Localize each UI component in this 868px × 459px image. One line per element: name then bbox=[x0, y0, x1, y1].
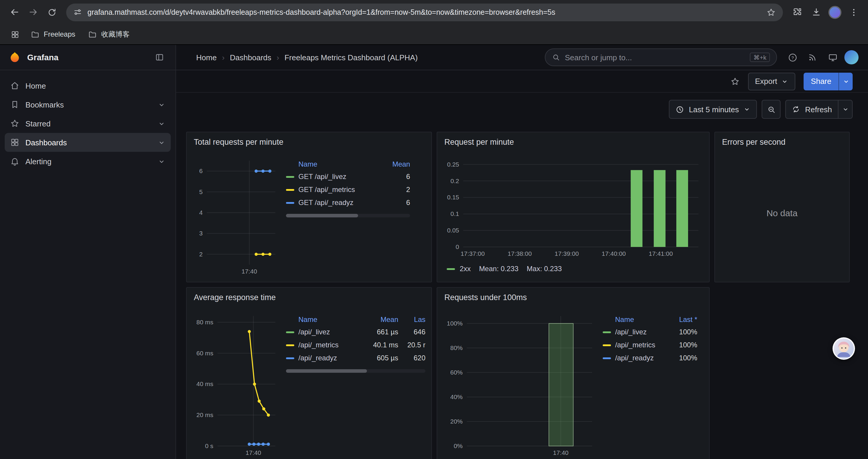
sidebar-item-starred[interactable]: Starred bbox=[5, 114, 171, 133]
legend-col-name[interactable]: Name bbox=[299, 160, 378, 168]
series-name[interactable]: /api/_livez bbox=[615, 328, 665, 336]
url-bar[interactable]: grafana.mathmast.com/d/deytv4rwavabkb/fr… bbox=[66, 3, 783, 21]
sidebar-item-dashboards[interactable]: Dashboards bbox=[5, 133, 171, 152]
series-last: 100% bbox=[665, 341, 697, 349]
panel-title[interactable]: Request per minute bbox=[443, 137, 703, 149]
chevron-down-icon[interactable] bbox=[158, 101, 165, 108]
sidebar-item-bookmarks[interactable]: Bookmarks bbox=[5, 95, 171, 114]
svg-text:60 ms: 60 ms bbox=[196, 350, 213, 357]
svg-text:80%: 80% bbox=[450, 345, 463, 351]
reload-button[interactable] bbox=[42, 3, 61, 22]
legend-row[interactable]: GET /api/_metrics 2 bbox=[286, 183, 410, 196]
panel-title[interactable]: Requests under 100ms bbox=[443, 292, 703, 304]
legend-scrollbar-thumb[interactable] bbox=[286, 214, 358, 218]
share-button[interactable]: Share bbox=[804, 72, 838, 90]
series-name[interactable]: GET /api/_metrics bbox=[299, 186, 378, 194]
svg-text:17:41:00: 17:41:00 bbox=[649, 250, 673, 257]
legend-row[interactable]: /api/_livez 100% bbox=[603, 326, 697, 338]
series-name[interactable]: /api/_readyz bbox=[615, 354, 665, 362]
help-button[interactable]: ? bbox=[784, 49, 801, 66]
request-per-minute-chart[interactable]: 0.250.20.150.10.05017:37:0017:38:0017:39… bbox=[443, 154, 703, 259]
svg-text:17:40: 17:40 bbox=[246, 449, 261, 456]
arrow-right-icon bbox=[28, 7, 38, 17]
legend-col-mean[interactable]: Mean bbox=[378, 160, 410, 168]
panel-title[interactable]: Average response time bbox=[193, 292, 426, 304]
refresh-interval-button[interactable] bbox=[838, 100, 852, 118]
avatar-face bbox=[834, 338, 854, 359]
sidebar-item-alerting[interactable]: Alerting bbox=[5, 152, 171, 171]
series-name[interactable]: GET /api/_livez bbox=[299, 172, 378, 181]
svg-text:0.15: 0.15 bbox=[447, 194, 459, 201]
search-icon bbox=[552, 53, 560, 61]
extensions-button[interactable] bbox=[788, 3, 807, 22]
back-button[interactable] bbox=[5, 3, 24, 22]
site-settings-icon[interactable] bbox=[73, 8, 82, 17]
chevron-down-icon[interactable] bbox=[158, 157, 165, 165]
bookmark-star-icon[interactable] bbox=[766, 7, 776, 17]
sidebar-item-home[interactable]: Home bbox=[5, 76, 171, 95]
requests-under-100ms-chart[interactable]: 100%80%60%40%20%0%17:40 bbox=[443, 310, 597, 458]
display-button[interactable] bbox=[824, 49, 841, 66]
series-name[interactable]: 2xx bbox=[460, 265, 471, 273]
series-max-stat: Max: 0.233 bbox=[527, 265, 562, 273]
bookmark-item[interactable]: 收藏博客 bbox=[84, 27, 134, 42]
total-requests-chart[interactable]: 6543217:40 bbox=[193, 155, 280, 276]
series-last: 646 bbox=[398, 328, 426, 336]
download-button[interactable] bbox=[807, 3, 826, 22]
chevron-down-icon[interactable] bbox=[158, 138, 165, 146]
series-name[interactable]: /api/_livez bbox=[299, 328, 363, 336]
series-name[interactable]: /api/_metrics bbox=[615, 341, 665, 349]
legend-scrollbar-thumb[interactable] bbox=[286, 369, 367, 373]
refresh-button[interactable]: Refresh bbox=[786, 100, 838, 118]
series-name[interactable]: GET /api/_readyz bbox=[299, 198, 378, 207]
legend-col-mean[interactable]: Mean bbox=[363, 316, 398, 324]
breadcrumb-dashboards[interactable]: Dashboards bbox=[230, 53, 271, 62]
svg-text:2: 2 bbox=[199, 251, 203, 258]
legend-row[interactable]: /api/_livez 661 µs 646 bbox=[286, 326, 426, 338]
browser-profile-button[interactable] bbox=[826, 3, 844, 22]
brand-title: Grafana bbox=[27, 53, 59, 62]
favorite-dashboard-button[interactable] bbox=[730, 76, 740, 86]
export-button[interactable]: Export bbox=[748, 72, 795, 90]
legend-row[interactable]: /api/_metrics 100% bbox=[603, 338, 697, 352]
bookmark-label: 收藏博客 bbox=[101, 29, 130, 39]
zoom-out-button[interactable] bbox=[762, 100, 781, 119]
search-input[interactable]: Search or jump to... ⌘+k bbox=[545, 48, 777, 66]
legend-row[interactable]: /api/_metrics 40.1 ms 20.5 r bbox=[286, 338, 426, 352]
legend-row[interactable]: /api/_readyz 605 µs 620 bbox=[286, 352, 426, 364]
legend-scrollbar[interactable] bbox=[286, 369, 426, 373]
svg-text:17:40: 17:40 bbox=[553, 449, 569, 456]
panel-title[interactable]: Total requests per minute bbox=[193, 137, 426, 149]
panel-title[interactable]: Errors per second bbox=[721, 137, 843, 149]
legend-scrollbar[interactable] bbox=[286, 214, 410, 218]
series-color-swatch bbox=[286, 357, 294, 359]
sidebar-toggle-button[interactable] bbox=[152, 50, 167, 65]
forward-button[interactable] bbox=[24, 3, 42, 22]
assistant-avatar-widget[interactable] bbox=[833, 337, 855, 360]
user-avatar[interactable] bbox=[844, 50, 859, 64]
series-color-swatch bbox=[603, 331, 611, 333]
series-mean: 6 bbox=[378, 198, 410, 207]
series-name[interactable]: /api/_readyz bbox=[299, 354, 363, 362]
chevron-down-icon[interactable] bbox=[158, 120, 165, 127]
bookmark-item[interactable]: Freeleaps bbox=[26, 27, 80, 42]
time-range-picker[interactable]: Last 5 minutes bbox=[669, 100, 757, 119]
apps-grid-button[interactable] bbox=[7, 27, 23, 42]
browser-menu-button[interactable] bbox=[844, 3, 863, 22]
legend-row[interactable]: GET /api/_readyz 6 bbox=[286, 196, 410, 209]
share-menu-button[interactable] bbox=[838, 72, 852, 90]
breadcrumb-home[interactable]: Home bbox=[196, 53, 217, 62]
legend-col-name[interactable]: Name bbox=[615, 316, 665, 324]
news-button[interactable] bbox=[804, 49, 821, 66]
series-name[interactable]: /api/_metrics bbox=[299, 341, 363, 349]
legend-row[interactable]: /api/_readyz 100% bbox=[603, 352, 697, 364]
app-header: Home Dashboards Freeleaps Metrics Dashbo… bbox=[176, 45, 868, 70]
export-label: Export bbox=[755, 77, 777, 86]
legend-col-last[interactable]: Last * bbox=[665, 316, 697, 324]
legend-col-last[interactable]: Las bbox=[398, 316, 426, 324]
average-response-time-chart[interactable]: 80 ms60 ms40 ms20 ms0 s17:40 bbox=[193, 310, 280, 458]
svg-text:17:40:00: 17:40:00 bbox=[602, 250, 626, 257]
legend-row[interactable]: GET /api/_livez 6 bbox=[286, 170, 410, 183]
legend-col-name[interactable]: Name bbox=[299, 316, 363, 324]
svg-text:40%: 40% bbox=[450, 393, 463, 400]
